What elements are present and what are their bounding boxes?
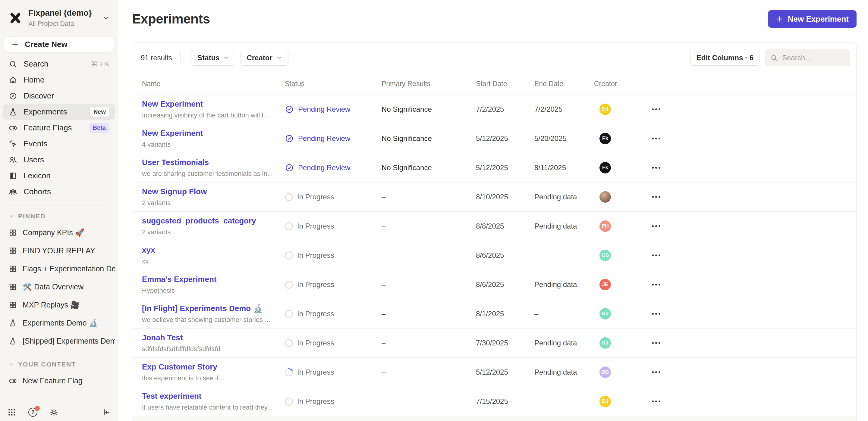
experiment-name-link[interactable]: suggested_products_category — [142, 216, 282, 226]
main-content: Experiments New Experiment 91 results St… — [118, 0, 868, 421]
creator-avatar[interactable]: Fk — [599, 133, 611, 144]
column-header-start-date[interactable]: Start Date — [476, 80, 534, 88]
row-actions-button[interactable] — [650, 252, 846, 259]
apps-grid-icon[interactable] — [7, 407, 17, 417]
sidebar-item-search[interactable]: Search ⌘ + K — [3, 56, 115, 72]
sidebar-item-label: Cohorts — [24, 187, 51, 196]
table-row[interactable]: suggested_products_category 2 variants I… — [132, 212, 856, 241]
help-icon[interactable]: ? — [28, 407, 38, 417]
row-actions-button[interactable] — [650, 222, 846, 230]
section-header-pinned[interactable]: PINNED — [0, 209, 118, 223]
experiment-subtitle: xx — [142, 257, 282, 265]
experiment-subtitle: this experiment is to see if.... — [142, 374, 282, 382]
edit-columns-button[interactable]: Edit Columns · 6 — [690, 50, 760, 66]
row-actions-button[interactable] — [650, 135, 846, 142]
experiment-name-link[interactable]: New Signup Flow — [142, 187, 282, 196]
row-actions-button[interactable] — [650, 397, 846, 406]
status-filter-button[interactable]: Status — [191, 50, 236, 66]
status-label: Pending Review — [298, 164, 350, 172]
row-actions-button[interactable] — [650, 368, 846, 376]
creator-avatar[interactable]: PH — [599, 221, 611, 232]
table-row[interactable]: New Experiment Increasing visibility of … — [132, 95, 856, 124]
table-row[interactable]: xyx xx In Progress – 8/6/2025 – OS — [132, 241, 856, 270]
search-input[interactable] — [782, 54, 845, 62]
sidebar-item-users[interactable]: Users — [3, 152, 115, 168]
column-header-status[interactable]: Status — [285, 80, 381, 88]
sidebar-item-find-your-replay[interactable]: FIND YOUR REPLAY — [3, 241, 115, 260]
sidebar-item-cohorts[interactable]: Cohorts — [3, 184, 115, 200]
project-scope: All Project Data — [28, 20, 92, 28]
creator-avatar[interactable] — [599, 191, 611, 203]
row-actions-button[interactable] — [650, 193, 846, 201]
table-row[interactable]: [In Flight] Experiments Demo 🔬 we believ… — [132, 299, 856, 329]
creator-avatar[interactable]: DJ — [599, 104, 611, 115]
row-actions-button[interactable] — [650, 164, 846, 172]
new-experiment-button[interactable]: New Experiment — [768, 10, 857, 28]
sidebar-item-experiments-demo[interactable]: Experiments Demo 🔬 — [3, 314, 115, 332]
board-icon — [8, 228, 17, 237]
creator-avatar[interactable]: Fk — [599, 162, 611, 173]
creator-avatar[interactable]: RJ — [599, 308, 611, 320]
column-header-primary-results[interactable]: Primary Results — [381, 80, 476, 88]
project-switcher[interactable]: Fixpanel {demo} All Project Data — [0, 0, 118, 30]
section-header-your-content[interactable]: YOUR CONTENT — [0, 358, 118, 371]
flask-icon — [8, 337, 17, 346]
table-row[interactable]: User Testimonials we are sharing custome… — [132, 153, 856, 183]
column-header-creator[interactable]: Creator — [594, 80, 642, 88]
primary-results-cell: – — [381, 280, 476, 289]
sidebar-item-flags-experimentation-demo[interactable]: Flags + Experimentation Demo 🚩 — [3, 260, 115, 278]
status-label: Pending Review — [298, 105, 350, 114]
sidebar-item-mxp-replays[interactable]: MXP Replays 🎥 — [3, 296, 115, 314]
sidebar-item-home[interactable]: Home — [3, 72, 115, 88]
sidebar-item-company-kpis[interactable]: Company KPIs 🚀 — [3, 223, 115, 241]
status-label: In Progress — [297, 251, 334, 260]
experiment-subtitle: Hypothesis — [142, 287, 282, 294]
sidebar-item-lexicon[interactable]: Lexicon — [3, 168, 115, 184]
sidebar-item-feature-flags[interactable]: Feature Flags Beta — [3, 120, 115, 136]
results-count: 91 results — [141, 54, 172, 62]
experiment-name-link[interactable]: New Experiment — [142, 129, 282, 138]
row-actions-button[interactable] — [650, 281, 846, 289]
creator-filter-button[interactable]: Creator — [240, 50, 288, 66]
sidebar-item-discover[interactable]: Discover — [3, 88, 115, 104]
creator-avatar[interactable]: JE — [599, 279, 611, 290]
experiment-name-link[interactable]: User Testimonials — [142, 158, 282, 167]
table-row[interactable]: Test experiment If users have relatable … — [132, 387, 856, 416]
table-row[interactable]: New Experiment 4 variants Pending Review… — [132, 124, 856, 153]
sidebar-item-label: Experiments — [24, 107, 67, 117]
column-header-name[interactable]: Name — [142, 80, 285, 88]
sidebar-item-events[interactable]: Events — [3, 136, 115, 152]
creator-avatar[interactable]: DJ — [599, 396, 611, 407]
sidebar-item-new-feature-flag[interactable]: New Feature Flag — [3, 371, 115, 390]
row-actions-button[interactable] — [650, 339, 846, 347]
collapse-sidebar-icon[interactable] — [101, 407, 111, 417]
primary-results-cell: No Significance — [381, 134, 476, 143]
experiment-name-link[interactable]: xyx — [142, 246, 282, 255]
experiment-name-link[interactable]: Jonah Test — [142, 333, 282, 343]
settings-icon[interactable] — [49, 407, 59, 417]
table-row[interactable]: Exp Customer Story this experiment is to… — [132, 358, 856, 387]
row-actions-button[interactable] — [650, 105, 846, 113]
experiment-name-link[interactable]: New Experiment — [142, 99, 282, 109]
creator-avatar[interactable]: BG — [599, 366, 611, 378]
table-row[interactable]: Jonah Test sdfdsfdsfsdfdffdfdsfsdfdsfd I… — [132, 329, 856, 358]
create-new-button[interactable]: Create New — [4, 37, 114, 52]
column-header-end-date[interactable]: End Date — [534, 80, 594, 88]
experiment-name-link[interactable]: Test experiment — [142, 391, 282, 401]
experiment-name-link[interactable]: [In Flight] Experiments Demo 🔬 — [142, 304, 282, 313]
creator-avatar[interactable]: OS — [599, 250, 611, 261]
sidebar-section: YOUR CONTENT New Feature Flag — [0, 358, 118, 390]
table-row[interactable]: New Signup Flow 2 variants In Progress –… — [132, 183, 856, 212]
sidebar-item-shipped-experiments-demo[interactable]: [Shipped] Experiments Demo 🖊️ — [3, 332, 115, 350]
sidebar-item-experiments[interactable]: Experiments New — [3, 104, 115, 120]
row-actions-button[interactable] — [650, 310, 846, 318]
table-row[interactable]: Emma's Experiment Hypothesis In Progress… — [132, 270, 856, 299]
creator-avatar[interactable]: RJ — [599, 337, 611, 349]
status-cell: In Progress — [285, 222, 381, 230]
chevron-down-icon — [102, 14, 110, 22]
sidebar-item-label: Events — [24, 139, 48, 149]
experiment-name-link[interactable]: Exp Customer Story — [142, 362, 282, 371]
sidebar-item-data-overview[interactable]: 🛠️ Data Overview — [3, 278, 115, 296]
experiment-name-link[interactable]: Emma's Experiment — [142, 274, 282, 284]
creator-cell: Fk — [594, 162, 642, 173]
